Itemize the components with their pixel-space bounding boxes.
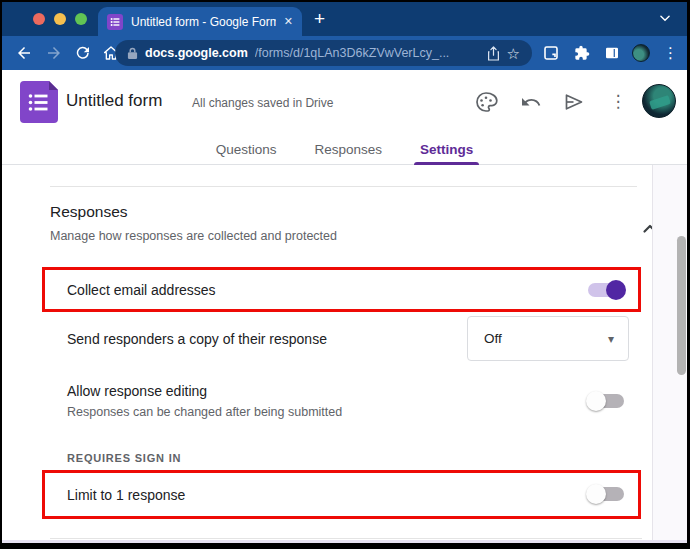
zoom-window-button[interactable] [75,13,87,25]
browser-tab[interactable]: Untitled form - Google Forms ✕ [98,7,302,36]
undo-icon[interactable] [519,90,543,114]
requires-sign-in-label: REQUIRES SIGN IN [67,452,181,464]
save-status-text: All changes saved in Drive [192,96,333,110]
minimize-window-button[interactable] [54,13,66,25]
address-bar[interactable]: docs.google.com /forms/d/1qLAn3D6kZVwVer… [115,40,532,66]
new-tab-button[interactable]: + [314,8,325,30]
close-window-button[interactable] [33,13,45,25]
toggle-knob [606,280,626,300]
url-host: docs.google.com [145,46,248,60]
collect-email-toggle[interactable] [588,283,624,297]
limit-response-label: Limit to 1 response [67,487,185,503]
form-nav-tabs: Questions Responses Settings [2,134,687,165]
share-icon[interactable] [487,46,500,61]
forms-header: Untitled form All changes saved in Drive… [2,70,687,134]
send-copy-dropdown[interactable]: Off ▾ [467,316,629,361]
section-divider-top [50,186,637,187]
extensions-puzzle-icon[interactable] [574,45,592,63]
profile-avatar-small[interactable] [632,44,650,62]
browser-window: Untitled form - Google Forms ✕ + docs.go… [0,0,690,549]
browser-menu-icon[interactable]: ⋮ [663,44,675,62]
responses-section-title: Responses [50,203,128,221]
url-path: /forms/d/1qLAn3D6kZVwVerLcy_... [255,46,480,60]
dropdown-caret-icon: ▾ [608,332,614,346]
tab-questions[interactable]: Questions [214,134,279,165]
responses-section-subtitle: Manage how responses are collected and p… [50,229,337,243]
page-background-strip [2,540,687,545]
browser-toolbar: docs.google.com /forms/d/1qLAn3D6kZVwVer… [2,36,687,70]
dropdown-value: Off [484,331,608,346]
account-avatar[interactable] [642,84,676,118]
send-copy-label: Send responders a copy of their response [67,331,327,347]
settings-panel: Responses Manage how responses are colle… [2,165,652,540]
tab-settings[interactable]: Settings [418,134,475,165]
tab-search-chevron-icon[interactable] [658,11,672,25]
customize-theme-palette-icon[interactable] [474,90,498,114]
google-forms-logo[interactable] [20,81,58,123]
lock-icon[interactable] [127,47,138,60]
toggle-knob [586,391,606,411]
scrollbar-track[interactable] [652,165,687,540]
tab-title: Untitled form - Google Forms [131,15,276,29]
allow-editing-label: Allow response editing [67,383,207,399]
send-icon[interactable] [562,90,586,114]
side-panel-icon[interactable] [604,45,622,63]
bookmark-star-icon[interactable]: ☆ [507,46,520,61]
tab-capture-extension-icon[interactable] [543,45,561,63]
allow-editing-subtitle: Responses can be changed after being sub… [67,405,342,419]
forward-icon[interactable] [45,44,63,62]
allow-editing-toggle[interactable] [588,394,624,408]
section-divider-bottom [50,538,642,539]
reload-icon[interactable] [74,44,92,62]
collect-email-label: Collect email addresses [67,282,216,298]
limit-response-toggle[interactable] [588,487,624,501]
tab-responses[interactable]: Responses [312,134,384,165]
more-options-icon[interactable]: ⋮ [608,90,628,114]
tab-close-icon[interactable]: ✕ [284,15,293,28]
scrollbar-thumb[interactable] [677,236,686,375]
tab-strip: Untitled form - Google Forms ✕ + [2,2,687,36]
google-forms-favicon [107,14,123,30]
document-title[interactable]: Untitled form [66,91,162,111]
back-icon[interactable] [15,44,33,62]
toggle-knob [586,484,606,504]
